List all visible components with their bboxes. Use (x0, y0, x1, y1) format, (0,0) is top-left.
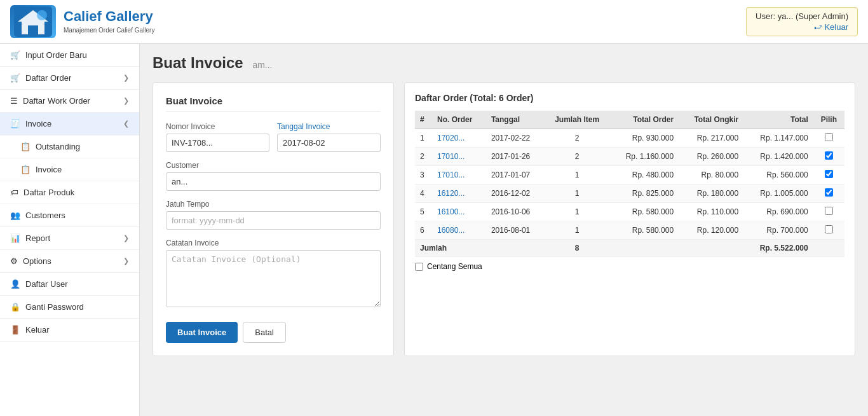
chevron-icon: ❮ (123, 120, 129, 128)
cell-num: 6 (415, 221, 432, 240)
cell-total-ongkir: Rp. 217.000 (679, 129, 743, 148)
cell-total-ongkir: Rp. 80.000 (679, 166, 743, 184)
cell-no-order: 16080... (432, 221, 486, 240)
cell-pilih (813, 184, 844, 203)
order-table: # No. Order Tanggal Jumlah Item Total Or… (415, 111, 844, 257)
cell-num: 4 (415, 184, 432, 203)
invoice-sub-icon: 📋 (20, 165, 31, 174)
brand-name: Calief Gallery (64, 8, 153, 24)
chevron-icon: ❯ (123, 97, 129, 105)
sidebar-item-invoice-sub[interactable]: 📋Invoice (0, 158, 139, 181)
cart2-icon: 🛒 (10, 73, 20, 83)
cell-total-order: Rp. 480.000 (609, 166, 679, 184)
table-row: 5 16100... 2016-10-06 1 Rp. 580.000 Rp. … (415, 203, 844, 221)
col-tanggal: Tanggal (486, 111, 545, 129)
chevron-icon: ❯ (123, 234, 129, 242)
cell-no-order: 17010... (432, 148, 486, 166)
logo-text-block: Calief Gallery Manajemen Order Calief Ga… (64, 8, 154, 35)
sidebar-item-daftar-produk[interactable]: 🏷Daftar Produk (0, 181, 139, 204)
cell-total-order: Rp. 580.000 (609, 221, 679, 240)
cell-tanggal: 2017-01-26 (486, 148, 545, 166)
cell-jumlah: 2 (545, 129, 609, 148)
cell-jumlah: 1 (545, 203, 609, 221)
cell-jumlah: 1 (545, 221, 609, 240)
tanggal-invoice-label: Tanggal Invoice (277, 122, 381, 131)
cell-jumlah: 1 (545, 184, 609, 203)
cell-jumlah: 2 (545, 148, 609, 166)
cell-total-order: Rp. 1.160.000 (609, 148, 679, 166)
footer-label: Jumlah (415, 240, 545, 257)
row-checkbox[interactable] (825, 188, 833, 197)
cell-no-order: 17010... (432, 166, 486, 184)
cell-num: 3 (415, 166, 432, 184)
cell-total: Rp. 690.000 (743, 203, 813, 221)
header-left: Calief Gallery Manajemen Order Calief Ga… (10, 5, 154, 38)
col-no-order: No. Order (432, 111, 486, 129)
tanggal-invoice-input[interactable] (277, 134, 381, 152)
order-table-card: Daftar Order (Total: 6 Order) # No. Orde… (404, 82, 855, 356)
user-icon: 👤 (10, 279, 20, 289)
cell-no-order: 17020... (432, 129, 486, 148)
layout: 🛒Input Order Baru 🛒Daftar Order ❯ ☰Dafta… (0, 44, 868, 416)
table-row: 1 17020... 2017-02-22 2 Rp. 930.000 Rp. … (415, 129, 844, 148)
sidebar: 🛒Input Order Baru 🛒Daftar Order ❯ ☰Dafta… (0, 44, 140, 416)
jatuh-tempo-group: Jatuh Tempo (166, 200, 381, 230)
col-total: Total (743, 111, 813, 129)
footer-total: Rp. 5.522.000 (743, 240, 813, 257)
cell-total: Rp. 560.000 (743, 166, 813, 184)
order-table-title: Daftar Order (Total: 6 Order) (415, 93, 844, 103)
cell-pilih (813, 148, 844, 166)
row-checkbox[interactable] (825, 133, 833, 141)
nomor-invoice-input[interactable] (166, 134, 269, 152)
cell-total-order: Rp. 930.000 (609, 129, 679, 148)
nomor-invoice-label: Nomor Invoice (166, 122, 269, 131)
sidebar-item-daftar-user[interactable]: 👤Daftar User (0, 273, 139, 296)
customer-input[interactable] (166, 172, 381, 191)
sidebar-item-report[interactable]: 📊Report ❯ (0, 227, 139, 250)
list-icon: ☰ (10, 96, 18, 106)
cell-total-ongkir: Rp. 180.000 (679, 184, 743, 203)
cell-total: Rp. 700.000 (743, 221, 813, 240)
cell-num: 5 (415, 203, 432, 221)
sidebar-item-options[interactable]: ⚙Options ❯ (0, 250, 139, 273)
sidebar-item-input-order-baru[interactable]: 🛒Input Order Baru (0, 44, 139, 67)
logout-link[interactable]: ⮐ Keluar (756, 22, 848, 32)
cell-total-ongkir: Rp. 260.000 (679, 148, 743, 166)
row-checkbox[interactable] (825, 225, 833, 233)
table-row: 2 17010... 2017-01-26 2 Rp. 1.160.000 Rp… (415, 148, 844, 166)
cell-total: Rp. 1.005.000 (743, 184, 813, 203)
nomor-invoice-group: Nomor Invoice (166, 122, 269, 152)
site-sub: Manajemen Order Calief Gallery (64, 27, 154, 34)
footer-jumlah: 8 (545, 240, 609, 257)
cell-tanggal: 2017-01-07 (486, 166, 545, 184)
sidebar-item-daftar-work-order[interactable]: ☰Daftar Work Order ❯ (0, 90, 139, 113)
tag-icon: 🏷 (10, 188, 18, 197)
cell-tanggal: 2016-10-06 (486, 203, 545, 221)
sidebar-item-daftar-order[interactable]: 🛒Daftar Order ❯ (0, 67, 139, 90)
sidebar-item-invoice[interactable]: 🧾Invoice ❮ (0, 113, 139, 135)
main-content: Buat Invoice am... Buat Invoice Nomor In… (140, 44, 868, 416)
jatuh-tempo-input[interactable] (166, 211, 381, 230)
row-checkbox[interactable] (825, 170, 833, 178)
col-jumlah: Jumlah Item (545, 111, 609, 129)
row-checkbox[interactable] (825, 151, 833, 160)
content-row: Buat Invoice Nomor Invoice Tanggal Invoi… (153, 82, 855, 356)
catatan-textarea[interactable] (166, 250, 381, 307)
user-label: User: ya... (Super Admin) (756, 11, 848, 21)
cell-pilih (813, 129, 844, 148)
jatuh-tempo-label: Jatuh Tempo (166, 200, 381, 209)
table-row: 3 17010... 2017-01-07 1 Rp. 480.000 Rp. … (415, 166, 844, 184)
check-all-checkbox[interactable] (415, 263, 423, 271)
sidebar-item-outstanding[interactable]: 📋Outstanding (0, 135, 139, 158)
cell-no-order: 16120... (432, 184, 486, 203)
batal-button[interactable]: Batal (243, 322, 286, 343)
cell-no-order: 16100... (432, 203, 486, 221)
row-checkbox[interactable] (825, 207, 833, 215)
cell-jumlah: 1 (545, 166, 609, 184)
sidebar-item-customers[interactable]: 👥Customers (0, 204, 139, 227)
sidebar-item-keluar[interactable]: 🚪Keluar (0, 319, 139, 342)
buat-invoice-button[interactable]: Buat Invoice (166, 322, 238, 343)
sidebar-item-ganti-password[interactable]: 🔒Ganti Password (0, 296, 139, 319)
form-card: Buat Invoice Nomor Invoice Tanggal Invoi… (153, 82, 394, 356)
catatan-label: Catatan Invoice (166, 239, 381, 247)
